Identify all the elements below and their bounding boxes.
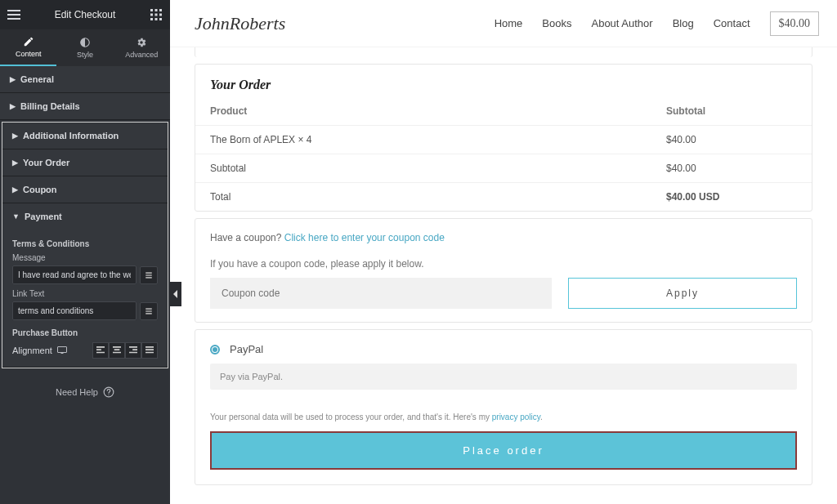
privacy-policy-link[interactable]: privacy policy — [492, 413, 540, 421]
terms-heading: Terms & Conditions — [12, 239, 158, 248]
svg-rect-11 — [60, 353, 63, 354]
svg-rect-3 — [150, 14, 153, 16]
sidebar-sections: ▶General ▶Billing Details ▶Additional In… — [0, 66, 170, 504]
nav-blog[interactable]: Blog — [673, 17, 694, 29]
align-justify-button[interactable] — [141, 342, 158, 359]
preview-canvas: JohnRoberts Home Books About Author Blog… — [170, 0, 837, 504]
payment-panel: Terms & Conditions Message Link Text Pur… — [2, 230, 168, 367]
dynamic-tag-icon[interactable] — [140, 266, 158, 284]
linktext-label: Link Text — [12, 289, 158, 298]
svg-rect-7 — [155, 18, 158, 20]
coupon-hint: If you have a coupon code, please apply … — [210, 258, 797, 270]
total-label: Total — [210, 191, 231, 203]
radio-checked-icon — [210, 345, 220, 355]
svg-rect-5 — [159, 14, 162, 16]
apps-icon[interactable] — [149, 7, 163, 22]
section-coupon[interactable]: ▶Coupon — [2, 176, 168, 203]
section-general[interactable]: ▶General — [0, 66, 170, 92]
payment-card: PayPal Pay via PayPal. Your personal dat… — [195, 329, 812, 485]
col-subtotal: Subtotal — [666, 105, 797, 117]
align-left-button[interactable] — [92, 342, 109, 359]
site-nav: Home Books About Author Blog Contact $40… — [495, 11, 819, 36]
need-help[interactable]: Need Help — [0, 370, 170, 414]
coupon-toggle-link[interactable]: Click here to enter your coupon code — [284, 232, 445, 243]
privacy-notice: Your personal data will be used to proce… — [210, 413, 797, 421]
linktext-input[interactable] — [12, 301, 137, 320]
nav-home[interactable]: Home — [495, 17, 523, 29]
svg-rect-4 — [155, 14, 158, 16]
order-table-header: Product Subtotal — [195, 97, 812, 125]
top-card-edge — [195, 47, 812, 57]
order-item-total: $40.00 — [666, 134, 797, 145]
section-billing[interactable]: ▶Billing Details — [0, 93, 170, 119]
sidebar-tabs: Content Style Advanced — [0, 29, 170, 66]
place-order-button[interactable]: Place order — [210, 431, 797, 470]
alignment-label: Alignment — [12, 346, 52, 355]
subtotal-value: $40.00 — [666, 163, 797, 174]
tab-advanced[interactable]: Advanced — [114, 29, 170, 66]
table-row: Subtotal $40.00 — [195, 154, 812, 182]
align-right-button[interactable] — [125, 342, 141, 359]
apply-coupon-button[interactable]: Apply — [568, 278, 797, 309]
section-your-order[interactable]: ▶Your Order — [2, 149, 168, 176]
table-row: The Born of APLEX × 4 $40.00 — [195, 125, 812, 154]
menu-icon[interactable] — [7, 7, 21, 22]
table-row: Total $40.00 USD — [195, 182, 812, 211]
nav-about[interactable]: About Author — [591, 17, 652, 29]
section-payment[interactable]: ▼Payment — [2, 203, 168, 230]
your-order-title: Your Order — [195, 65, 812, 97]
sidebar-header: Edit Checkout — [0, 0, 170, 29]
message-label: Message — [12, 253, 158, 262]
nav-contact[interactable]: Contact — [714, 17, 750, 29]
paypal-description: Pay via PayPal. — [210, 364, 797, 390]
sidebar-title: Edit Checkout — [55, 9, 116, 20]
collapse-sidebar-button[interactable] — [170, 282, 181, 306]
total-value: $40.00 USD — [666, 191, 797, 203]
tab-content[interactable]: Content — [0, 29, 56, 66]
section-additional-info[interactable]: ▶Additional Information — [2, 123, 168, 149]
coupon-question: Have a coupon? Click here to enter your … — [210, 232, 797, 243]
subtotal-label: Subtotal — [210, 163, 246, 174]
coupon-card: Have a coupon? Click here to enter your … — [195, 218, 812, 323]
responsive-icon[interactable] — [57, 346, 67, 355]
editor-sidebar: Edit Checkout Content Style Advanced ▶Ge… — [0, 0, 170, 504]
cart-total[interactable]: $40.00 — [770, 11, 820, 36]
site-logo[interactable]: JohnRoberts — [195, 13, 285, 34]
svg-rect-10 — [57, 347, 66, 353]
svg-rect-1 — [155, 9, 158, 11]
svg-point-13 — [108, 395, 109, 395]
svg-rect-0 — [150, 9, 153, 11]
svg-rect-8 — [159, 18, 162, 20]
align-center-button[interactable] — [109, 342, 125, 359]
col-product: Product — [210, 105, 247, 117]
nav-books[interactable]: Books — [542, 17, 571, 29]
tab-style[interactable]: Style — [56, 29, 113, 66]
your-order-card: Your Order Product Subtotal The Born of … — [195, 64, 812, 212]
svg-rect-6 — [150, 18, 153, 20]
purchase-heading: Purchase Button — [12, 328, 158, 337]
message-input[interactable] — [12, 265, 137, 284]
paypal-option[interactable]: PayPal — [210, 343, 797, 355]
order-item-name: The Born of APLEX × 4 — [210, 134, 311, 145]
dynamic-tag-icon[interactable] — [140, 302, 158, 320]
site-header: JohnRoberts Home Books About Author Blog… — [170, 0, 837, 47]
paypal-label: PayPal — [230, 343, 263, 355]
coupon-input[interactable] — [210, 278, 552, 309]
svg-rect-2 — [159, 9, 162, 11]
